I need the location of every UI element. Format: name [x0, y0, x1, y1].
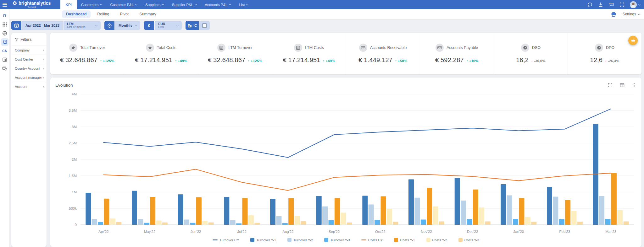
- kpi-value-row: € 592.287↑ +10%: [435, 56, 478, 64]
- currency-selector-group: € EUR Euro: [144, 21, 182, 30]
- intercompany-checkbox[interactable]: [202, 23, 207, 28]
- tab-pivot[interactable]: Pivot: [116, 10, 133, 18]
- chevron-down-icon: [638, 3, 641, 5]
- filters-header: Filters: [11, 35, 47, 46]
- kpi-value-row: 12,6↓ -26,4%: [590, 56, 619, 64]
- chevron-down-icon: [162, 3, 164, 5]
- legend-item-turnover-y-1[interactable]: Turnover Y-1: [250, 238, 276, 242]
- print-icon[interactable]: [611, 12, 616, 17]
- settings-menu[interactable]: Settings: [623, 12, 640, 16]
- legend-item-costs-cy[interactable]: Costs CY: [361, 238, 383, 242]
- legend-label: Costs Y-1: [400, 238, 415, 242]
- kpi-value-row: € 32.648.867↑ +125%: [208, 56, 262, 64]
- nav-item-accounts-p-l[interactable]: Accounts P&L: [201, 0, 235, 9]
- tab-summary[interactable]: Summary: [135, 10, 160, 18]
- svg-text:Feb'23: Feb'23: [559, 230, 570, 234]
- more-icon[interactable]: [631, 83, 636, 88]
- kpi-card-total-turnover[interactable]: Total Turnover€ 32.648.867↑ +125%: [50, 33, 124, 74]
- reports-icon[interactable]: [1, 38, 8, 46]
- kpi-card-ltm-costs[interactable]: LTM Costs€ 17.214.951↑ +49%: [272, 33, 346, 74]
- kpi-value-row: € 1.449.127↑ +58%: [358, 56, 407, 64]
- filter-label: Country Account: [15, 67, 40, 70]
- payments-icon[interactable]: [1, 65, 8, 72]
- keyboard-icon[interactable]: [608, 2, 614, 8]
- period-selector-group: Apr 2022 - Mar 2023 LTM Last 12 months: [11, 21, 101, 30]
- kpi-header: DSO: [521, 44, 541, 52]
- nav-item-kpi[interactable]: KPI: [60, 0, 77, 9]
- legend-swatch: [361, 239, 366, 240]
- kpi-header: Total Turnover: [69, 44, 105, 52]
- date-range-button[interactable]: Apr 2022 - Mar 2023: [22, 21, 63, 30]
- frequency-selector-group: Monthly: [104, 21, 140, 30]
- legend-item-costs-y-3[interactable]: Costs Y-3: [458, 238, 479, 242]
- legend-item-costs-y-1[interactable]: Costs Y-1: [394, 238, 415, 242]
- currency-dropdown[interactable]: EUR Euro: [155, 21, 182, 30]
- filter-label: Company: [15, 48, 30, 52]
- legend-swatch: [458, 238, 463, 242]
- nav-item-list[interactable]: List: [235, 0, 252, 9]
- chevron-down-icon: [195, 3, 197, 5]
- menu-hamburger-icon[interactable]: [0, 0, 9, 9]
- fullscreen-icon[interactable]: [619, 2, 625, 8]
- calendar-search-icon[interactable]: [11, 21, 21, 30]
- chevron-down-icon: [100, 3, 102, 5]
- ledger-icon[interactable]: [1, 56, 8, 63]
- filter-row-account[interactable]: Account: [11, 82, 47, 91]
- sub-tab-bar: DashboardRollingPivotSummary Settings: [0, 9, 644, 19]
- kpi-card-accounts-receivable[interactable]: Accounts Receivable€ 1.449.127↑ +58%: [346, 33, 420, 74]
- tab-rolling[interactable]: Rolling: [93, 10, 113, 18]
- legend-item-costs-y-2[interactable]: Costs Y-2: [426, 238, 447, 242]
- premium-crown-button[interactable]: [628, 36, 638, 45]
- download-icon[interactable]: [598, 2, 603, 8]
- kpi-header: LTM Costs: [294, 44, 324, 52]
- filter-row-cost-center[interactable]: Cost Center: [11, 55, 47, 64]
- app-window: brightanalytics Demo3 KPICustomersCustom…: [0, 0, 644, 247]
- intercompany-checkbox-pill[interactable]: [199, 21, 210, 30]
- rail-item-workspace-ca[interactable]: CA: [1, 47, 8, 55]
- brand-logo[interactable]: brightanalytics Demo3: [13, 0, 51, 9]
- legend-item-turnover-y-3[interactable]: Turnover Y-3: [324, 238, 350, 242]
- clock-icon[interactable]: [104, 21, 114, 30]
- rail-item-workspace-fi[interactable]: FI: [1, 12, 8, 19]
- kpi-value: 16,2: [516, 56, 529, 64]
- period-type-dropdown[interactable]: LTM Last 12 months: [64, 21, 101, 30]
- avatar: [630, 1, 637, 8]
- filter-row-company[interactable]: Company: [11, 46, 47, 55]
- arrow-up-icon: ↑: [395, 59, 398, 63]
- kpi-delta-value: -30,0%: [534, 59, 545, 63]
- intercompany-button[interactable]: IC: [186, 21, 199, 30]
- nav-item-suppliers[interactable]: Suppliers: [141, 0, 168, 9]
- arrow-down-icon: ↓: [605, 59, 608, 63]
- frequency-dropdown[interactable]: Monthly: [115, 21, 140, 30]
- expand-icon[interactable]: [608, 83, 613, 88]
- svg-text:2,5M: 2,5M: [69, 141, 77, 145]
- kpi-label: Total Turnover: [80, 46, 105, 50]
- legend-label: Turnover CY: [219, 238, 239, 242]
- kpi-value: € 592.287: [435, 56, 464, 64]
- legend-label: Turnover Y-2: [293, 238, 313, 242]
- kpi-header: Accounts Receivable: [359, 44, 407, 52]
- filter-toolbar: Apr 2022 - Mar 2023 LTM Last 12 months M…: [11, 21, 644, 30]
- kpi-label: Accounts Receivable: [370, 46, 407, 50]
- filter-row-account-manager[interactable]: Account manager: [11, 73, 47, 82]
- kpi-card-total-costs[interactable]: Total Costs€ 17.214.951↑ +49%: [124, 33, 198, 74]
- legend-item-turnover-y-2[interactable]: Turnover Y-2: [287, 238, 313, 242]
- euro-icon[interactable]: €: [144, 21, 154, 30]
- user-menu[interactable]: [630, 1, 640, 8]
- svg-text:1,5M: 1,5M: [69, 174, 77, 178]
- kpi-card-accounts-payable[interactable]: Accounts Payable€ 592.287↑ +10%: [420, 33, 494, 74]
- nav-item-customers[interactable]: Customers: [77, 0, 106, 9]
- chevron-down-icon: [176, 24, 179, 26]
- legend-item-turnover-cy[interactable]: Turnover CY: [213, 238, 239, 242]
- chat-icon[interactable]: [587, 2, 593, 8]
- nav-item-customer-p-l[interactable]: Customer P&L: [106, 0, 141, 9]
- nav-item-supplier-p-l[interactable]: Supplier P&L: [168, 0, 201, 9]
- kpi-card-ltm-turnover[interactable]: LTM Turnover€ 32.648.867↑ +125%: [198, 33, 272, 74]
- filter-row-country-account[interactable]: Country Account: [11, 64, 47, 73]
- apps-grid-icon[interactable]: [1, 21, 8, 28]
- tab-dashboard[interactable]: Dashboard: [62, 10, 91, 18]
- table-icon[interactable]: [619, 83, 625, 88]
- kpi-card-dso[interactable]: DSO16,2↓ -30,0%: [494, 33, 568, 74]
- kpi-value-row: € 32.648.867↑ +125%: [60, 56, 114, 64]
- globe-icon[interactable]: [1, 30, 8, 37]
